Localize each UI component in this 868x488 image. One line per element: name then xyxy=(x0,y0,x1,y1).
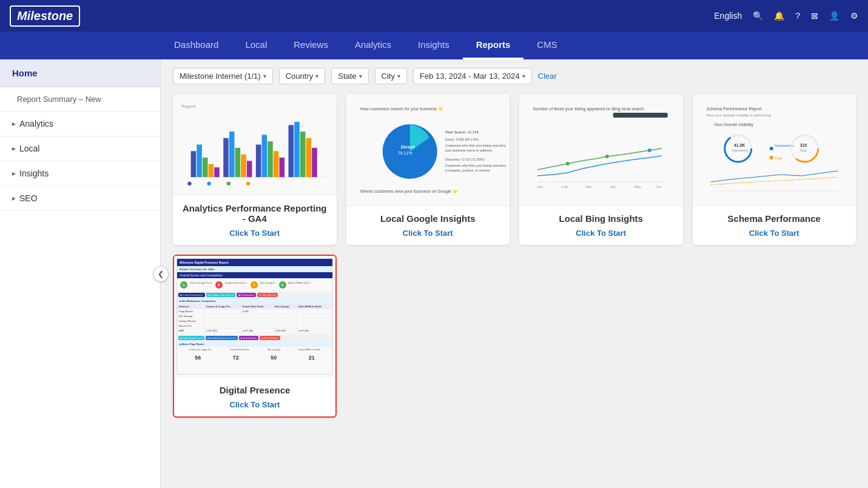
svg-text:Direct: Direct xyxy=(400,144,414,150)
svg-text:Your Overall Visibility: Your Overall Visibility xyxy=(713,122,753,127)
filter-country[interactable]: Country ▾ xyxy=(279,68,326,84)
sidebar-home[interactable]: Home xyxy=(0,59,160,87)
sidebar-insights-label: Insights xyxy=(19,169,49,178)
question-icon[interactable]: ? xyxy=(795,11,800,21)
content-area: Milestone Internet (1/1) ▾ Country ▾ Sta… xyxy=(161,59,868,488)
chevron-right-icon: ▸ xyxy=(12,144,16,153)
svg-text:Impressions: Impressions xyxy=(732,149,748,152)
card-schema-link[interactable]: Click To Start xyxy=(701,229,848,238)
svg-point-61 xyxy=(769,147,773,150)
chevron-right-icon: ▸ xyxy=(12,169,16,178)
svg-rect-53 xyxy=(701,103,847,197)
svg-text:Feb: Feb xyxy=(562,185,568,189)
card-schema[interactable]: Schema Performance Report How your websi… xyxy=(693,94,856,245)
svg-text:310: 310 xyxy=(799,143,807,147)
top-bar: Milestone English 🔍 🔔 ? ⊠ 👤 ⚙ xyxy=(0,0,868,32)
card-google[interactable]: How customers search for your business ⭐… xyxy=(346,94,510,245)
card-google-preview: How customers search for your business ⭐… xyxy=(346,94,510,206)
filter-city-label: City xyxy=(382,72,395,81)
card-bing[interactable]: Number of times your listing appeared on… xyxy=(519,94,683,245)
card-analytics-link[interactable]: Click To Start xyxy=(181,229,328,238)
card-bing-link[interactable]: Click To Start xyxy=(528,229,675,238)
nav-tabs: Dashboard Local Reviews Analytics Insigh… xyxy=(0,32,868,59)
svg-rect-7 xyxy=(214,167,220,177)
filter-state-label: State xyxy=(338,72,356,81)
svg-text:Number of times your listing a: Number of times your listing appeared on… xyxy=(533,107,644,112)
bottom-row: Milestone Digital Presence Report Report… xyxy=(173,255,856,418)
sidebar-item-insights[interactable]: ▸ Insights xyxy=(0,161,160,186)
tab-local[interactable]: Local xyxy=(232,32,280,59)
card-schema-preview: Schema Performance Report How your websi… xyxy=(693,94,856,206)
filter-bar: Milestone Internet (1/1) ▾ Country ▾ Sta… xyxy=(173,68,856,84)
card-analytics-title: Analytics Performance Reporting - GA4 xyxy=(181,203,328,224)
svg-text:Jan: Jan xyxy=(537,185,543,189)
chevron-down-icon: ▾ xyxy=(522,73,525,79)
tab-reports[interactable]: Reports xyxy=(463,32,524,59)
bing-chart-preview: Number of times your listing appeared on… xyxy=(523,103,679,197)
svg-rect-10 xyxy=(235,148,241,177)
svg-point-26 xyxy=(246,182,250,186)
svg-rect-5 xyxy=(203,158,208,177)
svg-rect-18 xyxy=(289,125,294,177)
bell-icon[interactable]: 🔔 xyxy=(774,11,784,21)
sidebar-collapse-button[interactable]: ❮ xyxy=(153,266,169,282)
content-spacer xyxy=(346,255,856,418)
logo[interactable]: Milestone xyxy=(10,5,80,27)
card-analytics-preview: Report xyxy=(173,94,337,195)
main-layout: Home Report Summary – New ▸ Analytics ▸ … xyxy=(0,59,868,488)
svg-text:May: May xyxy=(634,185,641,189)
chevron-right-icon: ▸ xyxy=(12,194,16,202)
grid-icon[interactable]: ⊠ xyxy=(811,11,818,21)
svg-text:76.11%: 76.11% xyxy=(397,151,412,155)
svg-text:Total Search: 12,143: Total Search: 12,143 xyxy=(445,130,479,134)
google-chart-preview: How customers search for your business ⭐… xyxy=(350,103,506,197)
svg-text:Discovery: 3,716 (71.83%): Discovery: 3,716 (71.83%) xyxy=(445,158,484,161)
svg-rect-15 xyxy=(267,141,273,177)
svg-point-44 xyxy=(605,155,609,158)
filter-state[interactable]: State ▾ xyxy=(331,68,368,84)
tab-dashboard[interactable]: Dashboard xyxy=(161,32,232,59)
filter-date-label: Feb 13, 2024 - Mar 13, 2024 xyxy=(420,72,520,81)
sidebar-item-seo[interactable]: ▸ SEO xyxy=(0,186,160,211)
digital-mini-screenshot: Milestone Digital Presence Report Report… xyxy=(177,258,333,375)
filter-business[interactable]: Milestone Internet (1/1) ▾ xyxy=(173,68,273,84)
tab-reviews[interactable]: Reviews xyxy=(280,32,341,59)
svg-point-23 xyxy=(187,182,191,186)
svg-rect-16 xyxy=(274,151,279,177)
tab-cms[interactable]: CMS xyxy=(523,32,570,59)
chevron-down-icon: ▾ xyxy=(397,73,400,79)
chevron-down-icon: ▾ xyxy=(263,73,266,79)
search-icon[interactable]: 🔍 xyxy=(753,11,763,21)
tab-analytics[interactable]: Analytics xyxy=(341,32,405,59)
card-schema-footer: Schema Performance Click To Start xyxy=(693,206,856,245)
svg-text:How customers search for your : How customers search for your business ⭐ xyxy=(360,106,443,112)
card-google-title: Local Google Insights xyxy=(355,213,502,224)
card-digital[interactable]: Milestone Digital Presence Report Report… xyxy=(173,255,337,418)
sidebar-local-label: Local xyxy=(19,144,39,153)
tab-insights[interactable]: Insights xyxy=(405,32,463,59)
gear-icon[interactable]: ⚙ xyxy=(850,11,858,21)
card-analytics[interactable]: Report xyxy=(173,94,337,245)
sidebar-item-report-summary[interactable]: Report Summary – New xyxy=(0,87,160,112)
svg-text:Customers who find your listin: Customers who find your listing searchin… xyxy=(445,164,506,167)
user-icon[interactable]: 👤 xyxy=(829,11,839,21)
sidebar-seo-label: SEO xyxy=(19,193,38,203)
card-google-link[interactable]: Click To Start xyxy=(355,229,502,238)
sidebar-item-analytics[interactable]: ▸ Analytics xyxy=(0,112,160,136)
language-label[interactable]: English xyxy=(714,11,742,21)
svg-point-45 xyxy=(648,149,651,152)
chevron-down-icon: ▾ xyxy=(359,73,362,79)
report-cards-grid: Report xyxy=(173,94,856,245)
filter-date[interactable]: Feb 13, 2024 - Mar 13, 2024 ▾ xyxy=(413,68,532,84)
svg-rect-20 xyxy=(300,132,306,177)
filter-city[interactable]: City ▾ xyxy=(375,68,407,84)
svg-text:Total: Total xyxy=(774,156,782,160)
filter-country-label: Country xyxy=(286,72,314,81)
svg-rect-6 xyxy=(209,164,214,177)
svg-rect-17 xyxy=(280,158,285,177)
card-analytics-footer: Analytics Performance Reporting - GA4 Cl… xyxy=(173,195,337,245)
card-digital-link[interactable]: Click To Start xyxy=(183,400,327,409)
filter-clear-button[interactable]: Clear xyxy=(538,72,557,81)
card-bing-title: Local Bing Insights xyxy=(528,213,675,224)
sidebar-item-local[interactable]: ▸ Local xyxy=(0,136,160,161)
